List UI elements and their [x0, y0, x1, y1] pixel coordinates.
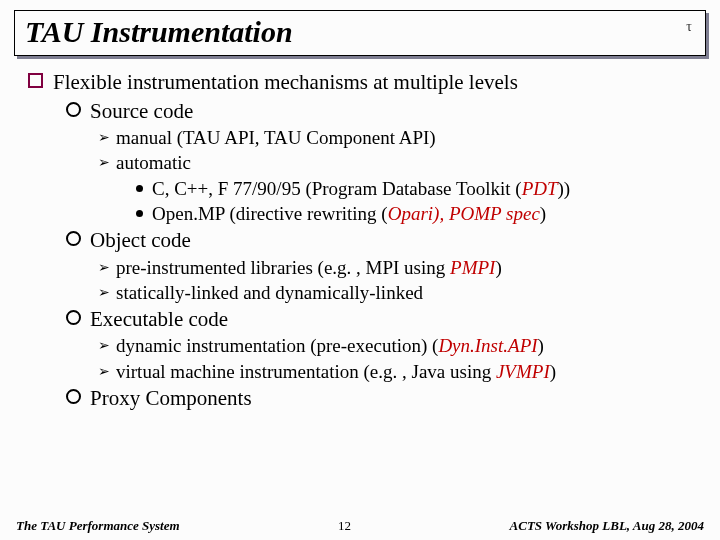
- footer-left: The TAU Performance System: [16, 518, 180, 534]
- circle-bullet-icon: [66, 310, 81, 325]
- slide-number: 12: [338, 518, 351, 534]
- item-preinstrumented: ➢pre-instrumented libraries (e.g. , MPI …: [98, 256, 698, 279]
- section-heading: Executable code: [90, 307, 228, 331]
- arrow-bullet-icon: ➢: [98, 363, 110, 380]
- slide-body: Flexible instrumentation mechanisms at m…: [28, 70, 698, 411]
- section-heading: Object code: [90, 228, 191, 252]
- item-languages: C, C++, F 77/90/95 (Program Database Too…: [136, 177, 698, 200]
- circle-bullet-icon: [66, 389, 81, 404]
- section-object: Object code: [66, 228, 698, 254]
- item-manual: ➢manual (TAU API, TAU Component API): [98, 126, 698, 149]
- pdt-label: PDT: [522, 178, 558, 199]
- item-dyninst: ➢dynamic instrumentation (pre-execution)…: [98, 334, 698, 357]
- arrow-bullet-icon: ➢: [98, 259, 110, 276]
- circle-bullet-icon: [66, 102, 81, 117]
- circle-bullet-icon: [66, 231, 81, 246]
- item-automatic: ➢automatic: [98, 151, 698, 174]
- section-executable: Executable code: [66, 307, 698, 333]
- section-source: Source code: [66, 99, 698, 125]
- slide-footer: The TAU Performance System 12 ACTS Works…: [0, 518, 720, 534]
- slide-title: TAU Instrumentation: [25, 15, 293, 48]
- arrow-bullet-icon: ➢: [98, 154, 110, 171]
- tau-logo-icon: τ: [679, 17, 699, 37]
- title-bar: TAU Instrumentation τ: [14, 10, 706, 56]
- main-point-text: Flexible instrumentation mechanisms at m…: [53, 70, 518, 94]
- square-bullet-icon: [28, 73, 43, 88]
- arrow-bullet-icon: ➢: [98, 129, 110, 146]
- dyninst-label: Dyn.Inst.API: [438, 335, 537, 356]
- opari-label: Opari), POMP spec: [388, 203, 540, 224]
- section-heading: Source code: [90, 99, 193, 123]
- dot-bullet-icon: [136, 185, 143, 192]
- arrow-bullet-icon: ➢: [98, 337, 110, 354]
- section-heading: Proxy Components: [90, 386, 252, 410]
- dot-bullet-icon: [136, 210, 143, 217]
- arrow-bullet-icon: ➢: [98, 284, 110, 301]
- jvmpi-label: JVMPI: [496, 361, 550, 382]
- item-linking: ➢statically-linked and dynamically-linke…: [98, 281, 698, 304]
- item-openmp: Open.MP (directive rewriting (Opari), PO…: [136, 202, 698, 225]
- main-point: Flexible instrumentation mechanisms at m…: [28, 70, 698, 96]
- footer-right: ACTS Workshop LBL, Aug 28, 2004: [510, 518, 704, 534]
- item-jvmpi: ➢virtual machine instrumentation (e.g. ,…: [98, 360, 698, 383]
- section-proxy: Proxy Components: [66, 386, 698, 412]
- pmpi-label: PMPI: [450, 257, 495, 278]
